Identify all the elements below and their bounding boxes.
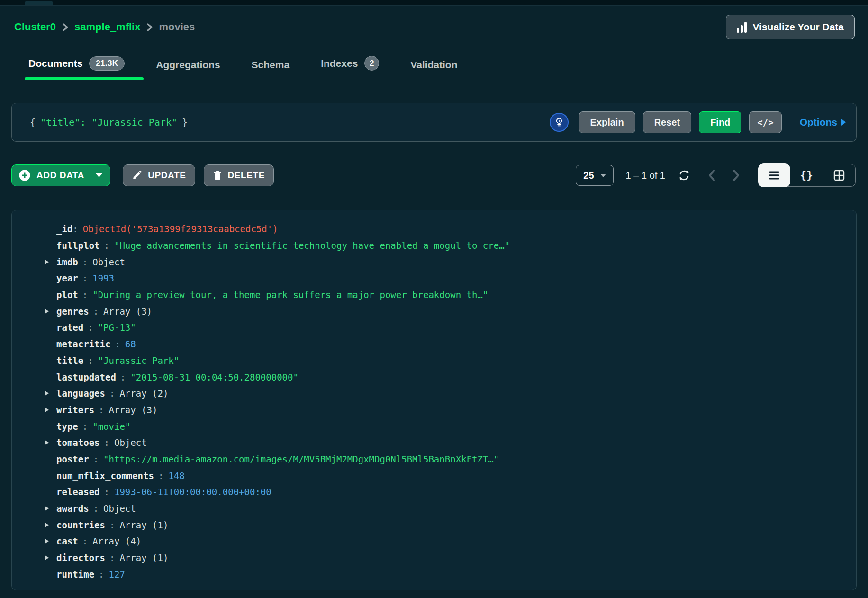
find-button[interactable]: Find — [699, 111, 741, 133]
field-value: "Huge advancements in scientific technol… — [114, 240, 510, 251]
next-page-icon[interactable] — [731, 169, 741, 182]
tab-indexes[interactable]: Indexes 2 — [321, 56, 379, 80]
document-field-row[interactable]: poster : "https://m.media-amazon.com/ima… — [12, 451, 856, 468]
document-field-row[interactable]: year : 1993 — [12, 270, 856, 287]
expand-caret-icon[interactable] — [45, 523, 56, 527]
tab-aggregations[interactable]: Aggregations — [156, 59, 220, 80]
field-value: Object — [92, 257, 125, 267]
pagination-controls: 25 1 – 1 of 1 — [576, 164, 856, 187]
expand-caret-icon[interactable] — [45, 506, 56, 511]
chevron-right-icon — [62, 23, 69, 31]
page-size-select[interactable]: 25 — [576, 165, 613, 186]
field-key: fullplot — [56, 240, 100, 251]
field-value: 68 — [125, 339, 136, 349]
tab-schema[interactable]: Schema — [252, 59, 290, 80]
breadcrumb-cluster[interactable]: Cluster0 — [14, 21, 56, 33]
expand-caret-icon[interactable] — [45, 408, 56, 412]
document-field-row[interactable]: lastupdated : "2015-08-31 00:04:50.28000… — [12, 369, 856, 385]
document-field-row[interactable]: num_mflix_comments : 148 — [12, 467, 856, 484]
expand-caret-icon[interactable] — [45, 539, 56, 544]
field-colon: : — [109, 520, 115, 530]
expand-caret-icon[interactable] — [45, 260, 56, 264]
update-button[interactable]: UPDATE — [123, 164, 195, 186]
reset-button[interactable]: Reset — [643, 111, 691, 133]
document-field-row[interactable]: runtime : 127 — [12, 566, 856, 582]
page-size-value: 25 — [583, 170, 594, 181]
add-data-button[interactable]: ADD DATA — [11, 164, 110, 186]
document-field-row[interactable]: fullplot : "Huge advancements in scienti… — [12, 237, 856, 254]
query-close-brace: } — [182, 117, 188, 128]
expand-caret-icon[interactable] — [45, 391, 56, 396]
field-colon: : — [104, 487, 109, 497]
field-key: languages — [56, 388, 105, 399]
document-field-row[interactable]: tomatoes : Object — [12, 435, 856, 451]
field-colon: : — [82, 536, 88, 546]
tab-validation[interactable]: Validation — [410, 59, 457, 80]
document-field-row[interactable]: cast : Array (4) — [12, 533, 856, 550]
document-field-row[interactable]: type : "movie" — [12, 418, 856, 435]
options-toggle[interactable]: Options — [800, 117, 846, 128]
document-field-row[interactable]: genres : Array (3) — [12, 303, 856, 319]
query-input[interactable]: { "title": "Jurassic Park" } — [30, 117, 188, 128]
breadcrumb-database[interactable]: sample_mflix — [74, 21, 140, 33]
tab-label: Validation — [410, 59, 457, 71]
workspace-tab-edge — [25, 1, 53, 6]
field-value: 1993-06-11T00:00:00.000+00:00 — [114, 487, 271, 497]
delete-button[interactable]: DELETE — [204, 164, 274, 186]
field-key: _id — [56, 224, 72, 234]
query-filter-text: "title": "Jurassic Park" — [40, 117, 177, 128]
field-colon: : — [99, 405, 104, 415]
plus-circle-icon — [18, 169, 31, 181]
tab-label: Indexes — [321, 58, 358, 69]
tab-documents[interactable]: Documents 21.3K — [28, 56, 125, 80]
field-key: type — [56, 421, 78, 432]
document-field-row[interactable]: rated : "PG-13" — [12, 319, 856, 336]
document-field-row[interactable]: countries : Array (1) — [12, 516, 856, 533]
document-field-row[interactable]: awards : Object — [12, 500, 856, 517]
document-field-row[interactable]: title : "Jurassic Park" — [12, 353, 856, 369]
document-field-row[interactable]: directors : Array (1) — [12, 550, 856, 566]
document-field-row[interactable]: released : 1993-06-11T00:00:00.000+00:00 — [12, 484, 856, 500]
field-key: rated — [56, 322, 83, 333]
field-value: "PG-13" — [98, 322, 136, 333]
document-field-row[interactable]: writers : Array (3) — [12, 402, 856, 418]
field-value: Array (1) — [119, 553, 168, 563]
visualize-your-data-button[interactable]: Visualize Your Data — [726, 15, 855, 39]
document-field-row[interactable]: languages : Array (2) — [12, 385, 856, 402]
export-to-language-button[interactable]: </> — [749, 111, 781, 133]
json-braces-icon: {} — [800, 169, 813, 181]
bar-chart-icon — [737, 21, 747, 33]
document-field-row[interactable]: imdb : Object — [12, 254, 856, 270]
table-view-button[interactable] — [823, 164, 855, 187]
field-colon: : — [158, 471, 163, 481]
document-field-row[interactable]: _id : ObjectId('573a1399f29313caabcedc5d… — [12, 221, 856, 237]
document-rows: _id : ObjectId('573a1399f29313caabcedc5d… — [12, 221, 856, 582]
field-value: ObjectId('573a1399f29313caabcedc5d') — [83, 224, 278, 234]
field-key: cast — [56, 536, 78, 546]
expand-caret-icon[interactable] — [45, 309, 56, 314]
refresh-icon[interactable] — [678, 169, 691, 182]
field-colon: : — [88, 322, 93, 333]
previous-page-icon[interactable] — [707, 169, 717, 182]
options-label: Options — [800, 117, 837, 128]
ai-lightbulb-icon[interactable] — [550, 113, 569, 132]
header: Cluster0 sample_mflix movies Visualize Y… — [0, 14, 868, 40]
field-colon: : — [104, 437, 109, 448]
breadcrumb: Cluster0 sample_mflix movies — [14, 21, 195, 33]
expand-caret-icon[interactable] — [45, 440, 56, 445]
explain-button[interactable]: Explain — [579, 111, 635, 133]
query-open-brace: { — [30, 117, 36, 128]
field-value: "Jurassic Park" — [98, 355, 180, 366]
expand-caret-icon[interactable] — [45, 555, 56, 560]
field-value: Array (3) — [103, 306, 152, 317]
document-field-row[interactable]: metacritic : 68 — [12, 336, 856, 353]
field-colon: : — [120, 372, 126, 382]
field-value: "https://m.media-amazon.com/images/M/MV5… — [103, 454, 499, 464]
list-view-button[interactable] — [758, 163, 790, 187]
query-bar: { "title": "Jurassic Park" } Explain Res… — [11, 103, 857, 142]
json-view-button[interactable]: {} — [790, 164, 823, 187]
field-key: awards — [56, 503, 89, 514]
document-card[interactable]: _id : ObjectId('573a1399f29313caabcedc5d… — [11, 210, 857, 590]
field-key: lastupdated — [56, 372, 116, 382]
document-field-row[interactable]: plot : "During a preview tour, a theme p… — [12, 287, 856, 303]
